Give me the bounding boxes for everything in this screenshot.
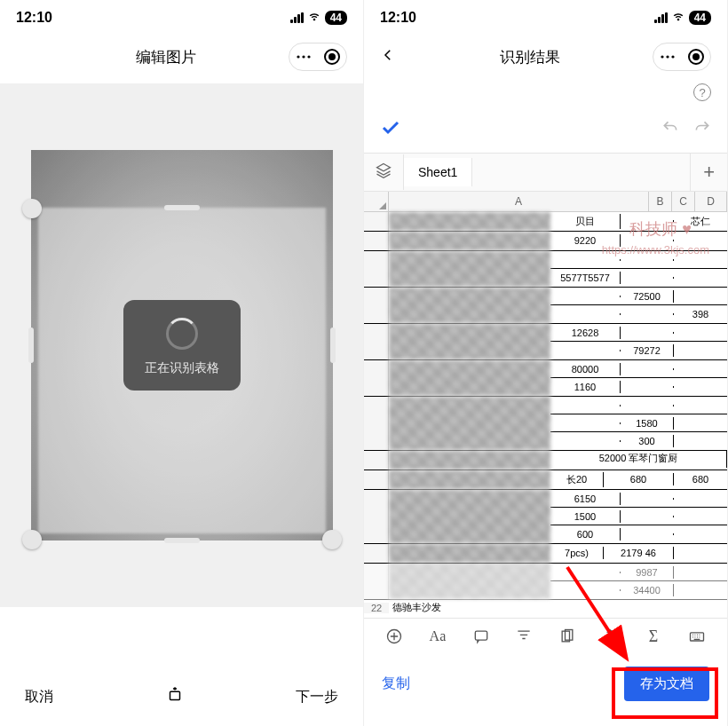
cell[interactable] bbox=[674, 498, 727, 500]
table-row[interactable]: 800001160 bbox=[364, 360, 727, 397]
add-sheet-button[interactable]: + bbox=[690, 154, 727, 191]
table-row[interactable]: 72500398 bbox=[364, 288, 727, 324]
cell[interactable] bbox=[550, 350, 621, 351]
col-header[interactable]: D bbox=[695, 192, 727, 211]
target-icon[interactable] bbox=[321, 46, 343, 67]
table-row[interactable]: 7pcs)2179 46 bbox=[364, 544, 727, 564]
table-row[interactable]: 5577T5577 bbox=[364, 251, 727, 288]
crop-edge-bottom[interactable] bbox=[164, 538, 200, 543]
cell[interactable]: 680 bbox=[604, 473, 674, 485]
crop-edge-right[interactable] bbox=[330, 327, 336, 363]
cell[interactable] bbox=[550, 440, 621, 442]
cell[interactable]: 1580 bbox=[621, 417, 674, 430]
cell[interactable]: 80000 bbox=[550, 363, 621, 375]
cell[interactable]: 300 bbox=[621, 435, 674, 447]
share-icon[interactable] bbox=[599, 626, 621, 647]
cell[interactable] bbox=[674, 552, 727, 554]
cell[interactable]: 6150 bbox=[550, 493, 621, 505]
more-icon[interactable] bbox=[293, 46, 314, 67]
cell[interactable] bbox=[674, 259, 727, 261]
sum-icon[interactable]: Σ bbox=[643, 626, 664, 647]
spreadsheet[interactable]: A B C D 贝目芯仁 92205577T557772500398126287… bbox=[364, 192, 727, 615]
cell[interactable] bbox=[621, 405, 674, 406]
cell[interactable] bbox=[550, 259, 621, 261]
cell[interactable] bbox=[621, 313, 674, 315]
cell[interactable] bbox=[674, 332, 727, 334]
crop-edge-top[interactable] bbox=[164, 205, 200, 210]
cell[interactable]: 79272 bbox=[621, 344, 674, 357]
cell[interactable] bbox=[674, 368, 727, 370]
font-icon[interactable]: Aa bbox=[427, 626, 448, 647]
cell[interactable]: 72500 bbox=[621, 290, 674, 303]
cell[interactable] bbox=[621, 277, 674, 279]
cell[interactable] bbox=[621, 240, 674, 241]
cell[interactable] bbox=[674, 422, 727, 424]
col-header[interactable]: A bbox=[389, 192, 649, 211]
table-row[interactable]: 52000 军琴门窗厨 bbox=[364, 451, 727, 470]
cell[interactable]: 12628 bbox=[550, 327, 621, 339]
cell[interactable]: 34400 bbox=[621, 584, 674, 596]
cell[interactable]: 1500 bbox=[550, 510, 621, 523]
cell[interactable] bbox=[674, 296, 727, 297]
crop-handle-bl[interactable] bbox=[22, 530, 42, 549]
table-row[interactable]: 1262879272 bbox=[364, 324, 727, 360]
cell[interactable] bbox=[674, 240, 727, 241]
cell[interactable]: 9220 bbox=[550, 234, 621, 247]
table-row[interactable]: 9220 bbox=[364, 232, 727, 251]
cell[interactable]: 9987 bbox=[621, 566, 674, 579]
copy-button[interactable]: 复制 bbox=[382, 675, 410, 693]
cell[interactable]: 52000 军琴门窗厨 bbox=[550, 451, 727, 466]
cell[interactable] bbox=[621, 259, 674, 261]
comment-icon[interactable] bbox=[471, 626, 492, 647]
cell[interactable] bbox=[674, 277, 727, 279]
select-all-corner[interactable] bbox=[364, 192, 389, 211]
help-icon[interactable]: ? bbox=[693, 83, 711, 101]
table-row[interactable]: 998734400 bbox=[364, 564, 727, 600]
sheet-tab[interactable]: Sheet1 bbox=[404, 158, 472, 186]
cell[interactable] bbox=[674, 572, 727, 573]
crop-edge-left[interactable] bbox=[28, 327, 34, 363]
back-button[interactable] bbox=[380, 47, 407, 67]
cell[interactable]: 长20 bbox=[550, 472, 604, 487]
target-icon[interactable] bbox=[685, 46, 707, 67]
next-button[interactable]: 下一步 bbox=[296, 688, 338, 706]
cell[interactable]: 2179 46 bbox=[604, 547, 674, 559]
cell[interactable] bbox=[621, 368, 674, 370]
cell[interactable] bbox=[674, 405, 727, 406]
cell[interactable] bbox=[621, 516, 674, 517]
keyboard-icon[interactable] bbox=[686, 626, 708, 647]
crop-handle-tl[interactable] bbox=[22, 199, 42, 218]
cell[interactable] bbox=[674, 589, 727, 591]
cell[interactable] bbox=[621, 386, 674, 388]
cell[interactable] bbox=[674, 440, 727, 442]
cell[interactable] bbox=[674, 533, 727, 535]
cell[interactable] bbox=[550, 589, 621, 591]
add-icon[interactable] bbox=[384, 626, 405, 647]
cell[interactable]: 600 bbox=[550, 528, 621, 541]
cell[interactable] bbox=[621, 498, 674, 500]
cell[interactable] bbox=[550, 405, 621, 406]
cell[interactable]: 5577T5577 bbox=[550, 272, 621, 284]
cell[interactable]: 1160 bbox=[550, 381, 621, 393]
crop-handle-br[interactable] bbox=[322, 530, 342, 549]
cell[interactable] bbox=[550, 422, 621, 424]
cell[interactable] bbox=[674, 386, 727, 388]
confirm-icon[interactable] bbox=[380, 117, 401, 142]
cell[interactable] bbox=[621, 533, 674, 535]
cell[interactable] bbox=[550, 296, 621, 297]
cell[interactable] bbox=[550, 313, 621, 315]
cancel-button[interactable]: 取消 bbox=[25, 688, 53, 706]
table-row[interactable]: 61501500600 bbox=[364, 490, 727, 544]
table-row[interactable]: 1580300 bbox=[364, 397, 727, 451]
image-preview[interactable]: 正在识别表格 bbox=[0, 83, 363, 607]
cell[interactable] bbox=[674, 516, 727, 517]
cell[interactable] bbox=[674, 350, 727, 351]
undo-icon[interactable] bbox=[661, 119, 679, 140]
more-icon[interactable] bbox=[657, 46, 678, 67]
col-header[interactable]: C bbox=[672, 192, 695, 211]
table-row[interactable]: 长20680680 bbox=[364, 470, 727, 490]
cell[interactable]: 680 bbox=[674, 473, 727, 485]
rotate-icon[interactable] bbox=[165, 685, 185, 708]
cell[interactable] bbox=[550, 572, 621, 573]
cell[interactable] bbox=[550, 468, 727, 470]
